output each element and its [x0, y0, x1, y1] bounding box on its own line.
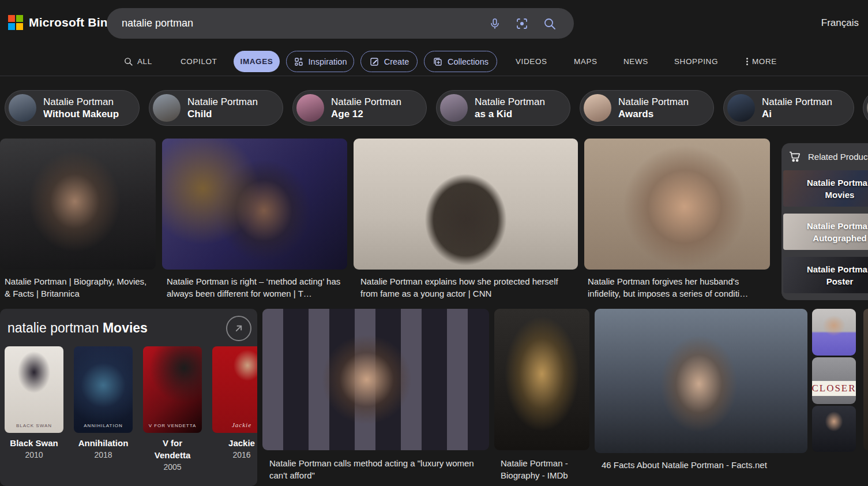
tab-all-label: ALL [137, 57, 152, 66]
image-result[interactable] [494, 309, 589, 450]
search-icon[interactable] [543, 17, 557, 31]
movie-year: 2005 [149, 461, 196, 473]
movie-year: 2010 [5, 449, 63, 461]
product-label-line2: Poster [826, 276, 854, 286]
chip-line1: Natalie Portman [618, 96, 689, 108]
movie-poster[interactable]: Jackie [212, 346, 257, 433]
product-label-line1: Natalie Portman [807, 221, 868, 231]
tab-copilot-label: COPILOT [181, 57, 217, 66]
image-result[interactable] [354, 139, 578, 270]
image-result-partial[interactable] [863, 309, 868, 450]
tab-videos-label: VIDEOS [516, 57, 547, 66]
tab-shopping-label: SHOPPING [674, 57, 718, 66]
chip-line1: Natalie Portman [187, 96, 258, 108]
image-result[interactable] [162, 139, 347, 270]
tab-news[interactable]: NEWS [623, 47, 648, 76]
chip-thumbnail [584, 94, 611, 122]
tab-inspiration-label: Inspiration [309, 57, 347, 66]
image-result[interactable] [0, 139, 156, 270]
microphone-icon[interactable] [489, 17, 501, 30]
chip-thumbnail [440, 94, 468, 122]
related-product-card[interactable]: Natalie Portman Autographed [783, 214, 868, 250]
tab-collections-label: Collections [448, 57, 489, 66]
search-icon [123, 57, 133, 66]
related-chip[interactable]: Natalie PortmanAi [723, 90, 854, 126]
chip-line2: Child [187, 108, 258, 120]
tab-copilot[interactable]: COPILOT [181, 47, 217, 76]
tab-create[interactable]: Create [360, 51, 418, 72]
image-result[interactable] [812, 309, 856, 356]
product-label-line2: Autographed [813, 233, 866, 243]
image-caption[interactable]: 46 Facts About Natalie Portman - Facts.n… [602, 459, 803, 471]
image-caption[interactable]: Natalie Portman | Biography, Movies, & F… [5, 275, 149, 300]
movies-panel-title: natalie portman Movies [7, 320, 148, 336]
movies-title-regular: natalie portman [7, 320, 103, 335]
image-caption[interactable]: Natalie Portman is right – ‘method actin… [167, 275, 345, 300]
tab-more-label: MORE [752, 57, 777, 66]
tab-maps-label: MAPS [574, 57, 598, 66]
microsoft-logo-icon [8, 15, 23, 30]
related-product-card[interactable]: Natalie Portman Movies [783, 170, 868, 207]
tab-inspiration[interactable]: Inspiration [286, 51, 354, 72]
movie-poster[interactable]: Annihilation [74, 346, 133, 433]
movie-label[interactable]: V for Vendetta 2005 [149, 437, 196, 473]
related-products-title: Related Products [808, 152, 868, 162]
tab-shopping[interactable]: SHOPPING [674, 47, 718, 76]
open-movies-button[interactable] [226, 316, 251, 341]
chip-line2: Without Makeup [43, 108, 119, 120]
related-chip[interactable]: Natalie PortmanAge 12 [292, 90, 427, 126]
product-label-line1: Natalie Portman [807, 178, 868, 188]
movie-poster[interactable]: Black Swan [5, 346, 63, 433]
kebab-menu-icon [746, 58, 748, 65]
related-chip[interactable]: Natalie Portmanas a Kid [436, 90, 570, 126]
language-link[interactable]: Français [821, 17, 859, 29]
image-caption[interactable]: Natalie Portman calls method acting a "l… [269, 457, 477, 481]
bing-images-page: Microsoft Bing Français ALL COPILOT IMAG… [0, 0, 868, 486]
inspiration-icon [294, 57, 304, 67]
tab-collections[interactable]: Collections [424, 51, 497, 72]
movie-label[interactable]: Annihilation 2018 [74, 437, 133, 461]
poster-text: Jackie [212, 421, 257, 428]
related-chip-partial[interactable] [863, 90, 868, 126]
image-result[interactable] [584, 139, 770, 270]
closer-poster-text: CLOSER [812, 381, 856, 396]
product-label-line2: Movies [825, 190, 855, 200]
arrow-up-right-icon [233, 323, 245, 334]
tab-images-selected[interactable]: IMAGES [234, 51, 280, 72]
image-result[interactable] [595, 309, 807, 453]
image-result[interactable] [262, 309, 489, 450]
chip-line2: Age 12 [331, 108, 401, 120]
related-chip[interactable]: Natalie PortmanAwards [580, 90, 714, 126]
poster-text: Black Swan [5, 423, 63, 428]
chip-thumbnail [9, 94, 36, 122]
image-caption[interactable]: Natalie Portman explains how she protect… [360, 275, 568, 300]
visual-search-icon[interactable] [515, 17, 529, 31]
search-bar[interactable] [107, 8, 574, 39]
image-caption[interactable]: Natalie Portman - Biography - IMDb [501, 457, 587, 481]
image-result[interactable] [812, 406, 856, 452]
movies-carousel-panel: natalie portman Movies Black Swan Annihi… [0, 309, 257, 486]
poster-text: Annihilation [74, 423, 133, 428]
chip-thumbnail [296, 94, 324, 122]
chip-thumbnail [153, 94, 181, 122]
related-chip[interactable]: Natalie PortmanWithout Makeup [5, 90, 140, 126]
chip-line1: Natalie Portman [43, 96, 119, 108]
image-result[interactable]: CLOSER [812, 357, 856, 404]
tab-maps[interactable]: MAPS [574, 47, 598, 76]
tab-news-label: NEWS [623, 57, 648, 66]
bing-logo[interactable]: Microsoft Bing [8, 15, 115, 30]
related-product-card[interactable]: Natalie Portman Poster [783, 257, 868, 293]
movie-label[interactable]: Black Swan 2010 [5, 437, 63, 461]
image-caption[interactable]: Natalie Portman forgives her husband's i… [588, 275, 768, 300]
chip-line1: Natalie Portman [762, 96, 832, 108]
related-chip[interactable]: Natalie PortmanChild [149, 90, 283, 126]
search-input[interactable] [107, 17, 489, 29]
chip-line1: Natalie Portman [475, 96, 545, 108]
tab-all[interactable]: ALL [123, 47, 152, 76]
movie-poster[interactable]: V for Vendetta [143, 346, 202, 433]
tab-more[interactable]: MORE [746, 47, 777, 76]
movie-year: 2016 [212, 449, 257, 461]
tab-videos[interactable]: VIDEOS [516, 47, 547, 76]
movie-title: Black Swan [5, 437, 63, 449]
movie-label[interactable]: Jackie 2016 [212, 437, 257, 461]
